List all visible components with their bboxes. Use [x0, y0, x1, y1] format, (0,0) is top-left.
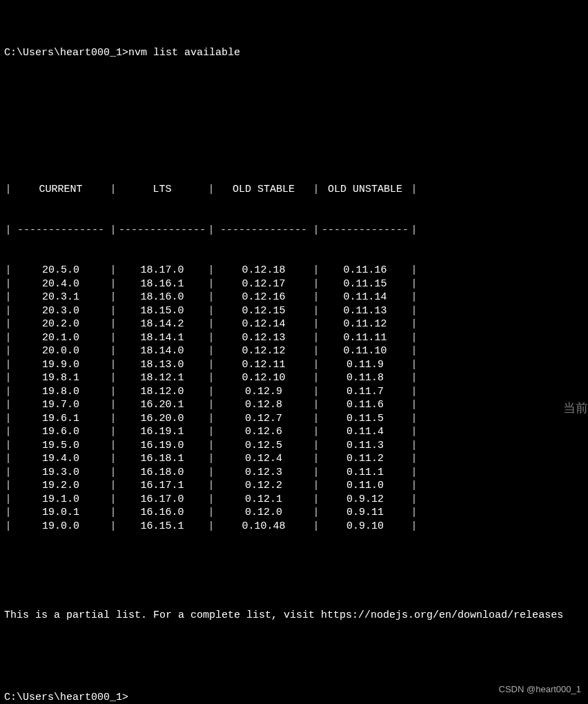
col-separator: |: [207, 398, 215, 412]
table-cell: 0.11.7: [320, 385, 410, 399]
table-cell: 16.20.0: [117, 412, 207, 426]
col-separator: |: [109, 304, 117, 318]
table-cell: 0.12.0: [215, 506, 312, 520]
col-separator: |: [312, 317, 320, 331]
col-separator: |: [4, 452, 12, 466]
table-row: |19.6.1|16.20.0|0.12.7|0.11.5|: [4, 412, 584, 426]
prompt-path: C:\Users\heart000_1>: [4, 47, 128, 59]
table-cell: 19.5.0: [12, 439, 109, 453]
col-separator: |: [109, 264, 117, 277]
col-separator: |: [109, 493, 117, 507]
col-separator: |: [109, 398, 117, 412]
table-cell: 19.6.0: [12, 425, 109, 439]
table-cell: 0.12.7: [215, 412, 312, 426]
col-separator: |: [109, 425, 117, 439]
col-separator: |: [109, 183, 117, 197]
table-cell: 19.1.0: [12, 493, 109, 507]
col-separator: |: [312, 493, 320, 507]
col-separator: |: [410, 412, 418, 426]
col-separator: |: [207, 493, 215, 507]
col-separator: |: [4, 412, 12, 426]
col-separator: |: [4, 183, 12, 197]
table-cell: 0.11.6: [320, 398, 410, 412]
col-separator: |: [4, 344, 12, 358]
table-cell: 0.11.5: [320, 412, 410, 426]
col-separator: |: [4, 493, 12, 507]
table-row: |20.5.0|18.17.0|0.12.18|0.11.16|: [4, 264, 584, 277]
table-header-row: | CURRENT | LTS | OLD STABLE | OLD UNSTA…: [4, 183, 584, 197]
table-cell: 19.2.0: [12, 479, 109, 493]
col-separator: |: [109, 277, 117, 291]
table-row: |19.3.0|16.18.0|0.12.3|0.11.1|: [4, 466, 584, 480]
col-separator: |: [207, 425, 215, 439]
col-separator: |: [312, 264, 320, 277]
table-cell: 0.9.11: [320, 506, 410, 520]
table-row: |20.1.0|18.14.1|0.12.13|0.11.11|: [4, 331, 584, 345]
col-separator: |: [207, 304, 215, 318]
col-separator: |: [410, 331, 418, 345]
col-separator: |: [312, 385, 320, 399]
col-separator: |: [410, 520, 418, 534]
table-cell: 16.17.1: [117, 479, 207, 493]
col-separator: |: [312, 344, 320, 358]
table-cell: 18.12.1: [117, 371, 207, 385]
table-cell: 0.11.3: [320, 439, 410, 453]
table-cell: 0.12.8: [215, 398, 312, 412]
col-separator: |: [312, 304, 320, 318]
col-separator: |: [312, 506, 320, 520]
col-separator: |: [410, 183, 418, 197]
col-separator: |: [109, 452, 117, 466]
col-separator: |: [410, 466, 418, 480]
col-separator: |: [4, 358, 12, 372]
table-cell: 0.12.5: [215, 439, 312, 453]
table-cell: 0.12.10: [215, 371, 312, 385]
col-separator: |: [109, 358, 117, 372]
table-cell: 18.14.0: [117, 344, 207, 358]
prompt-line: C:\Users\heart000_1>: [4, 691, 584, 705]
table-cell: 0.12.2: [215, 479, 312, 493]
col-separator: |: [207, 506, 215, 520]
col-separator: |: [312, 452, 320, 466]
table-row: |19.1.0|16.17.0|0.12.1|0.9.12|: [4, 493, 584, 507]
table-row: |19.2.0|16.17.1|0.12.2|0.11.0|: [4, 479, 584, 493]
col-separator: |: [4, 425, 12, 439]
col-separator: |: [4, 439, 12, 453]
table-cell: 19.7.0: [12, 398, 109, 412]
header-current: CURRENT: [12, 183, 109, 197]
table-row: |19.0.0|16.15.1|0.10.48|0.9.10|: [4, 520, 584, 534]
table-cell: 0.12.6: [215, 425, 312, 439]
table-cell: 16.17.0: [117, 493, 207, 507]
session-block: C:\Users\heart000_1> C:\Users\heart000_1…: [4, 664, 584, 705]
col-separator: |: [207, 183, 215, 197]
table-cell: 20.0.0: [12, 344, 109, 358]
col-separator: |: [207, 412, 215, 426]
command-text[interactable]: nvm list available: [128, 47, 240, 59]
table-cell: 0.11.14: [320, 291, 410, 304]
table-cell: 0.11.15: [320, 277, 410, 291]
table-cell: 20.4.0: [12, 277, 109, 291]
table-cell: 16.19.0: [117, 439, 207, 453]
col-separator: |: [4, 264, 12, 277]
table-cell: 18.16.0: [117, 291, 207, 304]
table-cell: 18.14.1: [117, 331, 207, 345]
col-separator: |: [410, 398, 418, 412]
col-separator: |: [109, 506, 117, 520]
col-separator: |: [312, 291, 320, 304]
col-separator: |: [410, 425, 418, 439]
table-cell: 0.12.4: [215, 452, 312, 466]
table-cell: 19.8.0: [12, 385, 109, 399]
header-lts: LTS: [117, 183, 207, 197]
col-separator: |: [4, 506, 12, 520]
col-separator: |: [109, 385, 117, 399]
col-separator: |: [4, 277, 12, 291]
col-separator: |: [109, 331, 117, 345]
col-separator: |: [312, 412, 320, 426]
table-cell: 0.12.11: [215, 358, 312, 372]
col-separator: |: [109, 479, 117, 493]
table-cell: 0.12.15: [215, 304, 312, 318]
table-cell: 0.11.11: [320, 331, 410, 345]
table-cell: 0.11.13: [320, 304, 410, 318]
table-cell: 18.16.1: [117, 277, 207, 291]
col-separator: |: [312, 277, 320, 291]
col-separator: |: [207, 277, 215, 291]
